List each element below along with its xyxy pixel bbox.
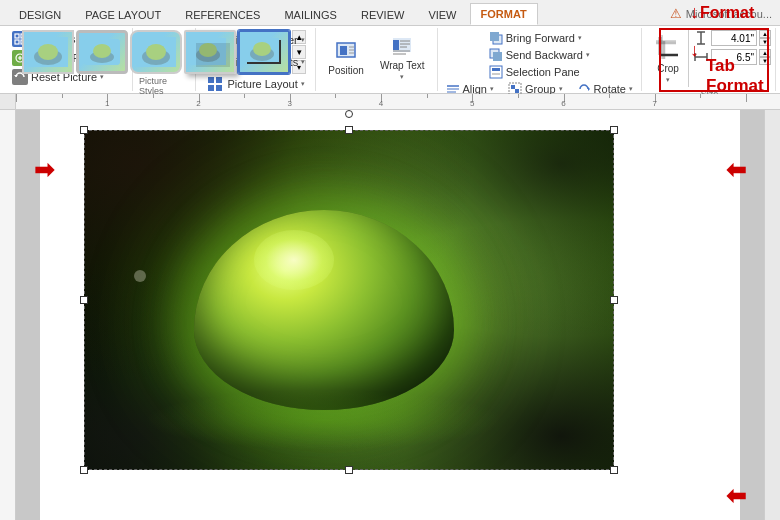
vertical-ruler <box>0 110 16 520</box>
style-thumb-5[interactable] <box>238 30 290 74</box>
floor-reflection <box>144 390 504 450</box>
editor-area: ➡ ⬅ ⬅ <box>0 110 780 520</box>
picture-styles-group: > <box>133 28 196 91</box>
svg-marker-56 <box>588 87 590 91</box>
position-label: Position <box>328 65 364 76</box>
tab-references[interactable]: REFERENCES <box>174 4 271 25</box>
svg-rect-28 <box>216 77 222 83</box>
tab-page-layout[interactable]: PAGE LAYOUT <box>74 4 172 25</box>
send-backward-icon <box>489 48 503 62</box>
horizontal-ruler: 1234567 <box>16 94 780 109</box>
selection-pane-button[interactable]: Selection Pane <box>487 64 582 80</box>
svg-rect-30 <box>216 85 222 91</box>
width-spin-down[interactable]: ▼ <box>759 57 771 65</box>
style-thumb-4[interactable] <box>184 30 236 74</box>
ruler-area: 1234567 <box>0 94 780 110</box>
selection-pane-icon <box>489 65 503 79</box>
width-input[interactable] <box>711 49 757 65</box>
height-input[interactable] <box>711 30 757 46</box>
position-icon <box>335 41 357 63</box>
wrap-text-button[interactable]: Wrap Text ▾ <box>374 33 431 84</box>
svg-rect-46 <box>493 52 502 61</box>
tab-view[interactable]: VIEW <box>417 4 467 25</box>
width-spin-up[interactable]: ▲ <box>759 49 771 57</box>
svg-rect-29 <box>208 85 214 91</box>
svg-rect-37 <box>393 40 399 50</box>
rotation-handle[interactable] <box>345 110 353 118</box>
svg-point-11 <box>93 44 111 58</box>
tab-design[interactable]: DESIGN <box>8 4 72 25</box>
svg-rect-32 <box>340 46 347 55</box>
sidebar <box>764 110 780 520</box>
page-canvas <box>40 110 740 520</box>
account-label: Microsoft accou... <box>686 8 772 20</box>
bring-forward-button[interactable]: Bring Forward ▾ <box>487 30 584 46</box>
height-spin-up[interactable]: ▲ <box>759 30 771 38</box>
svg-rect-48 <box>492 68 500 71</box>
arrange-group: Bring Forward ▾ Send Backward ▾ Selectio… <box>438 28 642 91</box>
svg-rect-27 <box>208 77 214 83</box>
wrap-label: Wrap Text <box>380 60 425 71</box>
canvas-area: ➡ ⬅ ⬅ <box>16 110 764 520</box>
style-thumb-1[interactable]: > <box>22 30 74 74</box>
bokeh-light <box>134 270 146 282</box>
wrap-dropdown: ▾ <box>400 73 404 81</box>
crop-button[interactable]: Crop ▾ <box>648 30 689 87</box>
picture-layout-button[interactable]: Picture Layout ▾ <box>204 74 306 94</box>
wrap-icon <box>391 36 413 58</box>
svg-point-14 <box>146 44 166 60</box>
svg-rect-49 <box>492 73 500 75</box>
ribbon-content: Compress Pictures Change Picture Reset P… <box>0 26 780 94</box>
orb-shape <box>194 210 454 410</box>
send-backward-button[interactable]: Send Backward ▾ <box>487 47 592 63</box>
svg-rect-2 <box>15 40 19 44</box>
bring-forward-icon <box>489 31 503 45</box>
border-dropdown: ▾ <box>301 36 305 44</box>
style-thumb-2[interactable] <box>76 30 128 74</box>
size-inputs: ▲ ▼ ▲ ▼ <box>693 30 771 65</box>
svg-rect-18 <box>196 43 230 67</box>
width-spinners[interactable]: ▲ ▼ <box>759 49 771 65</box>
image-container[interactable] <box>84 130 614 470</box>
position-group: Position Wrap Text ▾ <box>316 28 437 91</box>
layout-label: Picture Layout <box>227 78 297 90</box>
crop-label: Crop <box>657 63 679 74</box>
crop-icon <box>654 33 682 61</box>
position-button[interactable]: Position <box>322 38 370 79</box>
svg-rect-55 <box>515 89 519 93</box>
effects-dropdown: ▾ <box>301 58 305 66</box>
picture-styles-label: Picture Styles <box>139 74 189 96</box>
svg-marker-5 <box>14 75 18 77</box>
account-info: ⚠ Microsoft accou... <box>670 6 772 25</box>
style-thumb-3[interactable] <box>130 30 182 74</box>
svg-rect-44 <box>490 32 499 41</box>
width-icon <box>693 49 709 65</box>
layout-dropdown: ▾ <box>301 80 305 88</box>
size-group: Crop ▾ ▲ ▼ <box>642 28 776 91</box>
tab-mailings[interactable]: MAILINGS <box>273 4 348 25</box>
warning-icon: ⚠ <box>670 6 682 21</box>
svg-point-8 <box>38 44 58 60</box>
svg-rect-0 <box>15 34 19 38</box>
tab-format[interactable]: FORMAT <box>470 3 538 25</box>
svg-rect-54 <box>511 85 515 89</box>
layout-icon <box>206 75 224 93</box>
ruler-corner <box>0 94 16 110</box>
height-spin-down[interactable]: ▼ <box>759 38 771 46</box>
ribbon-tabs: DESIGN PAGE LAYOUT REFERENCES MAILINGS R… <box>0 0 780 26</box>
image-display <box>84 130 614 470</box>
svg-point-22 <box>253 42 271 56</box>
height-icon <box>693 30 709 46</box>
svg-rect-47 <box>490 66 502 78</box>
height-spinners[interactable]: ▲ ▼ <box>759 30 771 46</box>
tab-review[interactable]: REVIEW <box>350 4 415 25</box>
reset-dropdown-arrow: ▾ <box>100 73 104 81</box>
